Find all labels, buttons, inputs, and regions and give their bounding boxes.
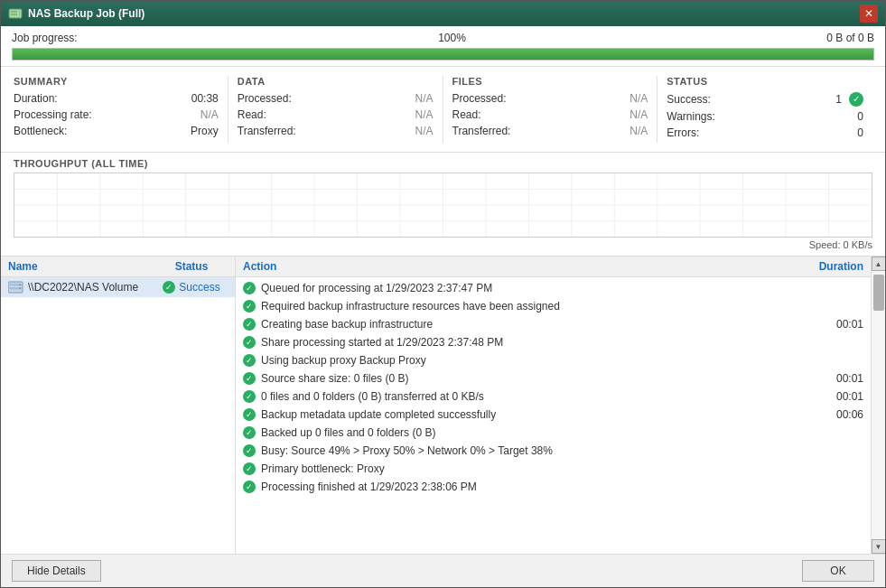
data-row-read: Read: N/A: [238, 108, 434, 121]
log-text: Primary bottleneck: Proxy: [261, 462, 800, 475]
data-row-transferred: Transferred: N/A: [238, 125, 434, 137]
nas-volume-icon: [8, 281, 24, 294]
status-success-label: Success: [179, 281, 219, 294]
scroll-up-button[interactable]: ▲: [872, 257, 886, 271]
summary-col: SUMMARY Duration: 00:38 Processing rate:…: [14, 76, 228, 143]
log-text: Source share size: 0 files (0 B): [261, 372, 800, 385]
progress-label-row: Job progress: 100% 0 B of 0 B: [12, 32, 874, 44]
files-transferred-value: N/A: [630, 125, 648, 137]
progress-size: 0 B of 0 B: [826, 32, 874, 44]
progress-label: Job progress:: [12, 32, 78, 44]
scroll-thumb[interactable]: [873, 275, 884, 311]
throughput-chart: [14, 173, 872, 238]
log-text: 0 files and 0 folders (0 B) transferred …: [261, 390, 800, 403]
col-header-action[interactable]: Action: [243, 260, 800, 273]
log-text: Busy: Source 49% > Proxy 50% > Network 0…: [261, 444, 800, 457]
status-success-value: 1: [835, 93, 842, 106]
data-processed-key: Processed:: [238, 92, 292, 105]
status-errors-value: 0: [857, 126, 863, 139]
status-errors-key: Errors:: [667, 126, 699, 139]
log-success-icon: ✓: [243, 444, 256, 457]
col-header-status[interactable]: Status: [155, 260, 228, 273]
log-item: ✓Creating base backup infrastructure00:0…: [236, 315, 871, 333]
svg-point-31: [19, 287, 21, 289]
files-read-value: N/A: [630, 108, 648, 121]
summary-row-bottleneck: Bottleneck: Proxy: [14, 125, 219, 137]
list-item[interactable]: \\DC2022\NAS Volume ✓ Success: [1, 277, 235, 297]
log-text: Using backup proxy Backup Proxy: [261, 354, 800, 367]
summary-section: SUMMARY Duration: 00:38 Processing rate:…: [1, 67, 885, 153]
scroll-down-button[interactable]: ▼: [872, 539, 886, 554]
bottleneck-value: Proxy: [191, 125, 219, 137]
log-duration: 00:01: [800, 318, 863, 331]
panel-row-status: ✓ Success: [155, 281, 228, 294]
log-item: ✓0 files and 0 folders (0 B) transferred…: [236, 387, 871, 406]
files-row-transferred: Transferred: N/A: [452, 125, 648, 137]
panel-row-name: \\DC2022\NAS Volume: [8, 281, 155, 294]
svg-point-30: [19, 284, 21, 285]
processing-rate-value: N/A: [201, 108, 219, 121]
log-text: Queued for processing at 1/29/2023 2:37:…: [261, 282, 800, 294]
log-success-icon: ✓: [243, 481, 256, 493]
col-header-name[interactable]: Name: [8, 260, 155, 273]
log-success-icon: ✓: [243, 390, 256, 403]
svg-point-3: [17, 11, 19, 13]
duration-key: Duration:: [14, 92, 58, 105]
success-check-icon: ✓: [849, 92, 863, 107]
files-row-processed: Processed: N/A: [452, 92, 648, 105]
left-panel: Name Status \\DC2022\NAS Volume ✓: [1, 257, 236, 554]
data-read-key: Read:: [238, 108, 266, 121]
bottom-section: Name Status \\DC2022\NAS Volume ✓: [1, 257, 885, 554]
progress-bar-container: [12, 48, 874, 61]
status-warnings-value: 0: [857, 110, 863, 123]
log-text: Processing finished at 1/29/2023 2:38:06…: [261, 481, 800, 493]
progress-bar-fill: [13, 49, 873, 60]
log-text: Backup metadata update completed success…: [261, 408, 800, 421]
close-button[interactable]: ✕: [860, 5, 878, 23]
progress-section: Job progress: 100% 0 B of 0 B: [1, 26, 885, 67]
log-item: ✓Required backup infrastructure resource…: [236, 297, 871, 315]
files-heading: FILES: [452, 76, 648, 87]
log-item: ✓Backup metadata update completed succes…: [236, 406, 871, 424]
nas-backup-icon: [8, 6, 23, 21]
data-transferred-key: Transferred:: [238, 125, 296, 137]
hide-details-button[interactable]: Hide Details: [12, 560, 101, 582]
status-warnings-key: Warnings:: [667, 110, 715, 123]
log-duration: 00:01: [800, 372, 863, 385]
log-success-icon: ✓: [243, 372, 256, 385]
throughput-section: THROUGHPUT (ALL TIME): [1, 153, 885, 257]
files-col: FILES Processed: N/A Read: N/A Transferr…: [443, 76, 658, 143]
scrollbar: ▲ ▼: [871, 257, 885, 554]
speed-label: Speed: 0 KB/s: [14, 239, 872, 250]
log-item: ✓Primary bottleneck: Proxy: [236, 460, 871, 478]
log-duration: 00:01: [800, 390, 863, 403]
files-read-key: Read:: [452, 108, 481, 121]
log-success-icon: ✓: [243, 354, 256, 367]
log-text: Share processing started at 1/29/2023 2:…: [261, 336, 800, 349]
bottleneck-key: Bottleneck:: [14, 125, 67, 137]
log-item: ✓Backed up 0 files and 0 folders (0 B): [236, 424, 871, 442]
svg-point-4: [17, 14, 19, 15]
progress-percent: 100%: [438, 32, 466, 44]
log-item: ✓Source share size: 0 files (0 B)00:01: [236, 369, 871, 387]
log-success-icon: ✓: [243, 336, 256, 349]
log-item: ✓Using backup proxy Backup Proxy: [236, 351, 871, 369]
summary-row-duration: Duration: 00:38: [14, 92, 219, 105]
log-text: Backed up 0 files and 0 folders (0 B): [261, 426, 800, 439]
log-item: ✓Queued for processing at 1/29/2023 2:37…: [236, 279, 871, 297]
log-success-icon: ✓: [243, 426, 256, 439]
status-success-key: Success:: [667, 93, 711, 106]
status-row-success: Success: 1 ✓: [667, 92, 863, 107]
title-bar-left: NAS Backup Job (Full): [8, 6, 145, 21]
log-item: ✓Share processing started at 1/29/2023 2…: [236, 333, 871, 351]
data-read-value: N/A: [415, 108, 433, 121]
scroll-track: [872, 271, 885, 539]
summary-row-processing-rate: Processing rate: N/A: [14, 108, 219, 121]
log-success-icon: ✓: [243, 318, 256, 331]
log-success-icon: ✓: [243, 300, 256, 313]
log-text: Required backup infrastructure resources…: [261, 300, 800, 313]
ok-button[interactable]: OK: [802, 560, 874, 582]
col-header-duration[interactable]: Duration: [800, 260, 863, 273]
main-window: NAS Backup Job (Full) ✕ Job progress: 10…: [0, 0, 886, 588]
right-panel-header: Action Duration: [236, 257, 871, 277]
